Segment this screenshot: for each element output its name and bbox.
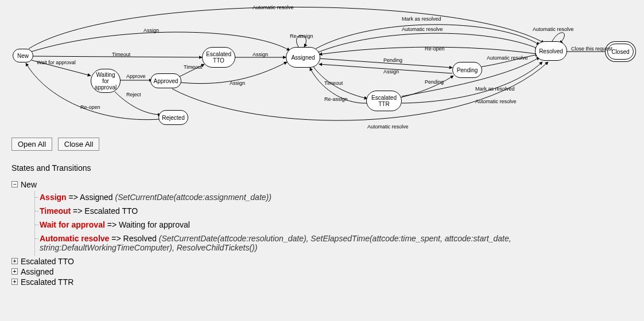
transition-name: Assign bbox=[40, 193, 67, 202]
transition-name: Wait for approval bbox=[40, 220, 105, 229]
transition-target: Assigned bbox=[80, 193, 113, 202]
edge-assign-etto: Assign bbox=[253, 52, 268, 57]
open-all-button[interactable]: Open All bbox=[11, 138, 52, 151]
edge-reject: Reject bbox=[126, 92, 141, 97]
edge-mark1: Mark as resolved bbox=[402, 16, 441, 22]
arrow-icon: => bbox=[73, 206, 84, 216]
tree-item: Wait for approval => Waiting for approva… bbox=[40, 219, 614, 233]
tree-label-etto: Escalated TTO bbox=[21, 257, 74, 266]
section-title: States and Transitions bbox=[11, 163, 91, 173]
tree-label-new: New bbox=[21, 180, 37, 189]
edge-pending2: Pending bbox=[425, 79, 444, 85]
tree-node-new: − New Assign => Assigned (SetCurrentDate… bbox=[11, 180, 614, 256]
edge-assign-top: Assign bbox=[143, 28, 159, 33]
tree-item: Timeout => Escalated TTO bbox=[40, 205, 614, 219]
state-waiting: Waiting for approval bbox=[91, 69, 121, 93]
tree-toggle-assigned[interactable]: + bbox=[11, 268, 18, 275]
transition-target: Escalated TTO bbox=[84, 206, 138, 216]
edge-auto-top: Automatic resolve bbox=[253, 5, 294, 10]
tree-label-assigned: Assigned bbox=[21, 267, 54, 276]
tree-toggle-new[interactable]: − bbox=[11, 181, 18, 187]
edge-wait: Wait for approval bbox=[37, 60, 76, 65]
edge-reopen-rej: Re-open bbox=[80, 104, 100, 110]
tree-node-ettr: + Escalated TTR bbox=[11, 277, 614, 287]
edge-auto2: Automatic resolve bbox=[402, 26, 443, 32]
tree-toggle-ettr[interactable]: + bbox=[11, 279, 18, 285]
button-bar: Open All Close All bbox=[11, 138, 103, 151]
arrow-icon: => bbox=[69, 193, 80, 202]
arrow-icon: => bbox=[111, 234, 123, 243]
transition-actions: (SetCurrentDate(attcode:resolution_date)… bbox=[40, 234, 511, 252]
tree-node-assigned: + Assigned bbox=[11, 267, 614, 276]
transition-name: Automatic resolve bbox=[40, 234, 109, 243]
states-tree: − New Assign => Assigned (SetCurrentDate… bbox=[11, 180, 614, 288]
edge-close: Close this request bbox=[571, 46, 612, 52]
tree-children-new: Assign => Assigned (SetCurrentDate(attco… bbox=[34, 191, 614, 256]
transition-target: Resolved bbox=[123, 234, 157, 243]
state-new: New bbox=[13, 49, 33, 62]
edge-reopen2: Re-open bbox=[425, 46, 445, 52]
edge-pending1: Pending bbox=[383, 57, 402, 63]
state-approved: Approved bbox=[150, 73, 181, 88]
state-diagram: New Waiting for approval Approved Reject… bbox=[0, 0, 644, 132]
edge-reassign2: Re-assign bbox=[324, 96, 348, 102]
edge-assign2: Assign bbox=[383, 69, 399, 75]
state-pending: Pending bbox=[452, 62, 482, 78]
edge-auto-loop: Automatic resolve bbox=[533, 26, 574, 32]
edge-timeout3: Timeout bbox=[324, 80, 343, 86]
tree-toggle-etto[interactable]: + bbox=[11, 258, 18, 264]
edge-assign-apr: Assign bbox=[230, 80, 245, 86]
edge-timeout1: Timeout bbox=[112, 52, 130, 57]
edge-reassign1: Re-assign bbox=[290, 33, 313, 39]
state-resolved: Resolved bbox=[535, 41, 567, 61]
edge-auto3: Automatic resolve bbox=[487, 55, 528, 61]
state-assigned: Assigned bbox=[286, 47, 320, 68]
tree-item: Automatic resolve => Resolved (SetCurren… bbox=[40, 233, 614, 256]
edge-auto4: Automatic resolve bbox=[475, 99, 517, 104]
transition-name: Timeout bbox=[40, 206, 71, 216]
edge-approve: Approve bbox=[126, 73, 146, 79]
close-all-button[interactable]: Close All bbox=[58, 138, 100, 151]
tree-node-etto: + Escalated TTO bbox=[11, 257, 614, 266]
tree-item: Assign => Assigned (SetCurrentDate(attco… bbox=[40, 191, 614, 205]
tree-label-ettr: Escalated TTR bbox=[21, 277, 73, 287]
arrow-icon: => bbox=[107, 220, 119, 229]
diagram-edges bbox=[0, 0, 644, 132]
edge-mark2: Mark as resolved bbox=[475, 86, 515, 92]
transition-target: Waiting for approval bbox=[119, 220, 190, 229]
state-escalated-ttr: Escalated TTR bbox=[366, 91, 402, 111]
transition-actions: (SetCurrentDate(attcode:assignment_date)… bbox=[115, 193, 271, 202]
state-rejected: Rejected bbox=[158, 110, 188, 125]
edge-auto-bottom: Automatic resolve bbox=[367, 124, 409, 130]
state-escalated-tto: Escalated TTO bbox=[202, 47, 235, 68]
edge-timeout2: Timeout bbox=[184, 64, 202, 70]
